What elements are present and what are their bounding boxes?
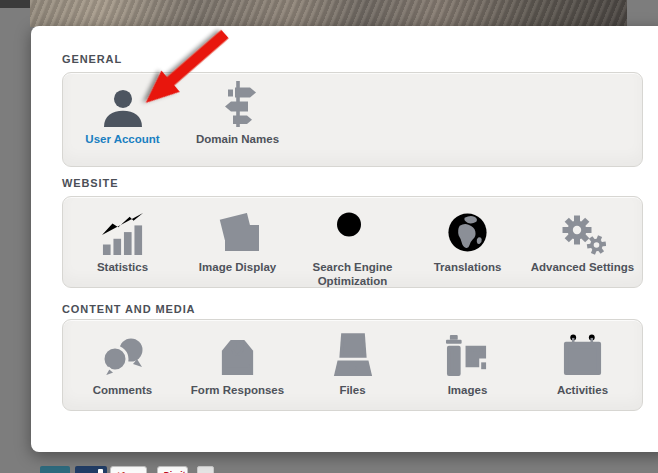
inbox-arrow-icon <box>216 320 259 378</box>
tile-form-responses[interactable]: Form Responses <box>180 320 295 397</box>
tile-label: Statistics <box>97 260 148 274</box>
gears-icon <box>560 197 606 255</box>
tile-seo[interactable]: Search Engine Optimization <box>295 197 410 288</box>
tile-label: Form Responses <box>191 383 284 397</box>
screen: +1 Pin it GENERAL User Account <box>0 0 658 473</box>
settings-modal: GENERAL User Account <box>31 26 658 452</box>
tile-label: Advanced Settings <box>531 260 635 274</box>
tile-translations[interactable]: Translations <box>410 197 525 274</box>
tile-label: Domain Names <box>196 132 279 146</box>
hero-photo <box>30 0 627 27</box>
tile-activities[interactable]: 14 Activities <box>525 320 640 397</box>
tile-label: Activities <box>557 383 608 397</box>
facebook-share-button[interactable] <box>75 466 107 473</box>
bar-chart-icon <box>100 197 146 255</box>
tile-domain-names[interactable]: Domain Names <box>180 73 295 146</box>
facebook-glyph <box>98 469 103 473</box>
section-title-content-media: CONTENT AND MEDIA <box>62 303 195 315</box>
tile-label: User Account <box>85 132 159 146</box>
tile-files[interactable]: Files <box>295 320 410 397</box>
twitter-share-button[interactable] <box>40 466 70 473</box>
drawer-icon <box>333 320 373 378</box>
speech-bubbles-icon <box>100 320 146 378</box>
photos-icon <box>214 197 262 255</box>
tile-comments[interactable]: Comments <box>65 320 180 397</box>
tile-label: Comments <box>93 383 152 397</box>
tile-user-account[interactable]: User Account <box>65 73 180 146</box>
tile-images[interactable]: Images <box>410 320 525 397</box>
tile-image-display[interactable]: Image Display <box>180 197 295 274</box>
section-title-general: GENERAL <box>62 53 122 65</box>
pinterest-pin-button[interactable]: Pin it <box>157 466 188 473</box>
tile-label: Images <box>448 383 488 397</box>
page-header-bar <box>0 0 30 8</box>
film-roll-icon <box>444 320 491 378</box>
tile-label: Search Engine Optimization <box>299 260 407 288</box>
tile-label: Image Display <box>199 260 276 274</box>
section-title-website: WEBSITE <box>62 177 118 189</box>
tile-statistics[interactable]: Statistics <box>65 197 180 274</box>
calendar-icon: 14 <box>561 320 604 378</box>
user-icon <box>102 73 144 127</box>
calendar-day-label: 14 <box>573 351 592 370</box>
tile-label: Translations <box>434 260 502 274</box>
google-plus-one-button[interactable]: +1 <box>110 466 147 473</box>
tile-advanced-settings[interactable]: Advanced Settings <box>525 197 640 274</box>
magnifier-icon <box>332 197 374 255</box>
section-content-media: Comments Form Responses <box>62 319 643 411</box>
globe-icon <box>445 197 490 255</box>
section-general: User Account Domain Names <box>62 72 643 167</box>
tile-label: Files <box>339 383 365 397</box>
section-website: Statistics Image Display <box>62 196 643 288</box>
signpost-icon <box>218 73 258 127</box>
more-share-button[interactable] <box>197 466 214 473</box>
